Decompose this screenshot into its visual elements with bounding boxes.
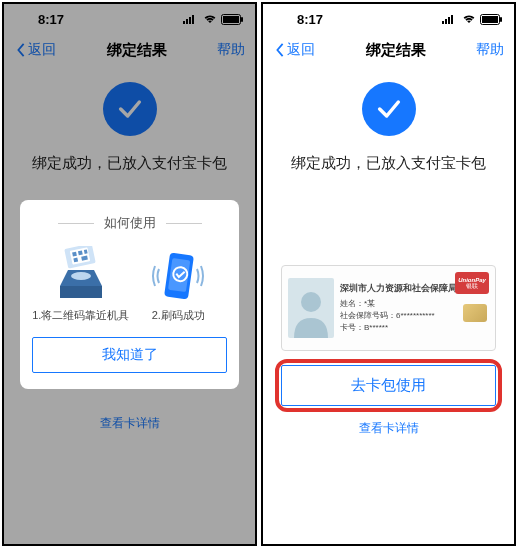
page-title: 绑定结果 (366, 41, 426, 60)
svg-rect-22 (448, 17, 450, 24)
svg-rect-21 (445, 19, 447, 24)
divider (166, 223, 202, 224)
modal-ok-button[interactable]: 我知道了 (32, 337, 227, 373)
navigation-bar: 返回 绑定结果 帮助 (263, 32, 514, 68)
svg-rect-9 (72, 252, 77, 257)
svg-rect-10 (78, 250, 83, 255)
wifi-icon (462, 14, 476, 24)
howto-step-2-label: 2.刷码成功 (130, 308, 228, 323)
svg-point-27 (301, 292, 321, 312)
phone-success-icon (147, 246, 209, 306)
status-time: 8:17 (297, 12, 323, 27)
screenshot-left: 8:17 返回 绑定结果 帮助 绑定成功，已放入支付宝卡包 (2, 2, 257, 546)
svg-rect-26 (500, 17, 502, 22)
back-button[interactable]: 返回 (273, 41, 315, 59)
status-bar: 8:17 (263, 4, 514, 32)
chevron-left-icon (273, 43, 287, 57)
howto-step-2: 2.刷码成功 (130, 244, 228, 323)
success-message: 绑定成功，已放入支付宝卡包 (263, 154, 514, 173)
battery-icon (480, 14, 502, 25)
howto-step-1: 1.将二维码靠近机具 (32, 244, 130, 323)
svg-rect-25 (482, 16, 498, 23)
social-security-card[interactable]: 深圳市人力资源和社会保障局 姓名：*某 社会保障号码：6*********** … (281, 265, 496, 351)
howto-step-1-label: 1.将二维码靠近机具 (32, 308, 130, 323)
modal-title-row: 如何使用 (32, 214, 227, 232)
svg-rect-20 (442, 21, 444, 24)
divider (58, 223, 94, 224)
modal-title: 如何使用 (104, 214, 156, 232)
card-photo-placeholder (288, 278, 334, 338)
view-card-details-link[interactable]: 查看卡详情 (263, 420, 514, 437)
svg-rect-12 (73, 258, 78, 263)
go-to-card-pack-button[interactable]: 去卡包使用 (281, 365, 496, 406)
card-chip-icon (463, 304, 487, 322)
help-button[interactable]: 帮助 (476, 41, 504, 59)
svg-marker-15 (60, 286, 102, 298)
page-content: 绑定成功，已放入支付宝卡包 (263, 68, 514, 173)
success-check-icon (362, 82, 416, 136)
signal-icon (442, 14, 458, 24)
status-icons (442, 14, 502, 25)
qr-scanner-icon (50, 246, 112, 306)
unionpay-logo: UnionPay 银联 (455, 272, 489, 294)
back-label: 返回 (287, 41, 315, 59)
svg-point-16 (71, 272, 91, 280)
howto-modal: 如何使用 (20, 200, 239, 389)
svg-rect-23 (451, 15, 453, 24)
screenshot-right: 8:17 返回 绑定结果 帮助 绑定成功，已放入支付宝卡包 (261, 2, 516, 546)
